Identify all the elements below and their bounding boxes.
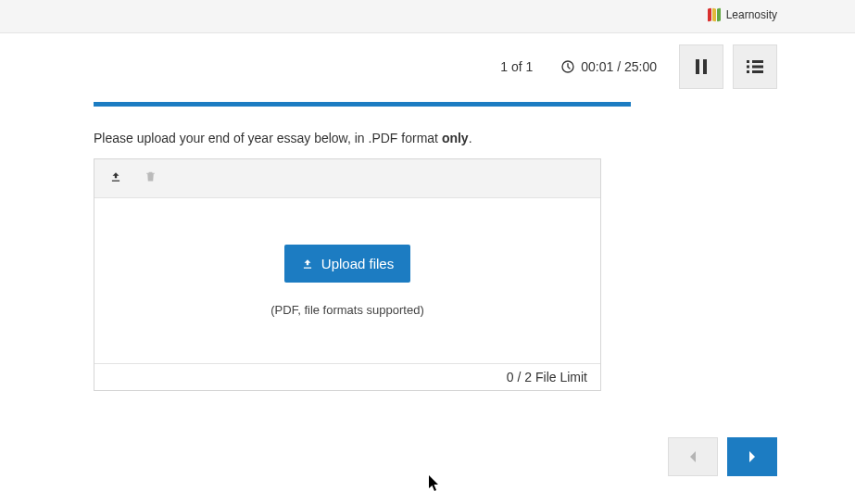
brand-name: Learnosity (726, 8, 777, 21)
prev-button[interactable] (668, 437, 718, 476)
top-bar: Learnosity (0, 0, 855, 33)
toolbar-upload-icon[interactable] (109, 170, 122, 187)
upload-button-label: Upload files (321, 256, 394, 271)
svg-rect-4 (752, 60, 763, 63)
item-counter: 1 of 1 (500, 59, 533, 74)
svg-rect-5 (747, 66, 749, 69)
upload-files-button[interactable]: Upload files (284, 245, 410, 283)
prompt-suffix: . (469, 131, 472, 145)
timer: 00:01 / 25:00 (560, 59, 657, 74)
chevron-right-icon (748, 451, 757, 462)
upload-toolbar (94, 159, 600, 198)
timer-text: 00:01 / 25:00 (581, 59, 657, 74)
svg-rect-3 (747, 60, 749, 63)
content-area: Please upload your end of year essay bel… (94, 102, 631, 391)
next-button[interactable] (727, 437, 777, 476)
drop-area[interactable]: Upload files (PDF, file formats supporte… (94, 198, 600, 363)
brand-logo-icon (708, 8, 721, 21)
review-list-button[interactable] (733, 44, 777, 89)
upload-panel: Upload files (PDF, file formats supporte… (94, 158, 601, 391)
toolbar-delete-icon[interactable] (145, 170, 157, 187)
pause-icon (695, 59, 708, 74)
support-text: (PDF, file formats supported) (270, 303, 423, 317)
svg-rect-6 (752, 66, 763, 69)
prompt-bold: only (442, 131, 469, 145)
file-limit: 0 / 2 File Limit (94, 363, 600, 390)
brand: Learnosity (708, 8, 777, 21)
clock-icon (560, 59, 575, 74)
svg-rect-8 (752, 70, 763, 73)
chevron-left-icon (688, 451, 698, 462)
upload-icon (301, 258, 314, 271)
mouse-cursor-icon (429, 475, 440, 496)
progress-bar (94, 102, 631, 107)
svg-rect-2 (703, 59, 707, 74)
prompt-prefix: Please upload your end of year essay bel… (94, 131, 442, 145)
pause-button[interactable] (679, 44, 723, 89)
svg-rect-7 (747, 70, 749, 73)
nav-row (668, 437, 777, 476)
question-prompt: Please upload your end of year essay bel… (94, 131, 631, 145)
header-row: 1 of 1 00:01 / 25:00 (500, 44, 777, 89)
svg-rect-1 (696, 59, 699, 74)
list-icon (747, 60, 763, 73)
